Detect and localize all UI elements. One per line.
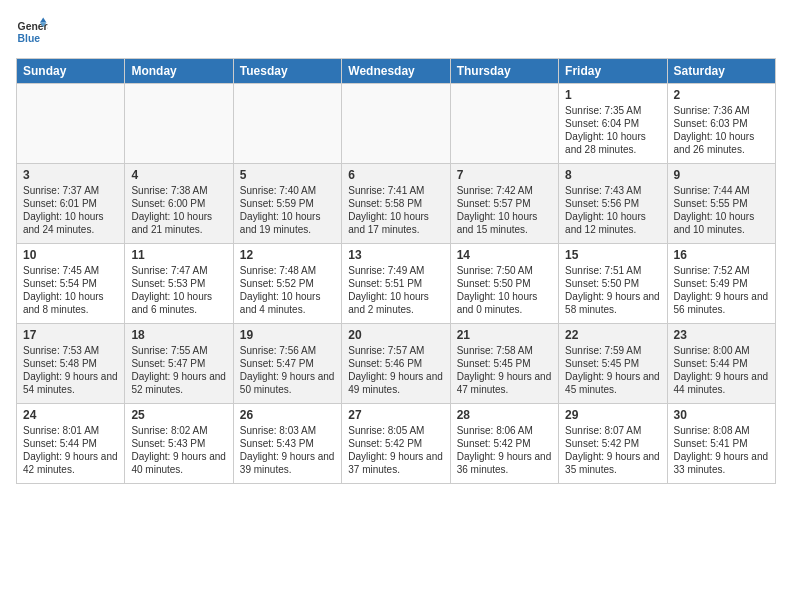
- week-row-4: 17Sunrise: 7:53 AMSunset: 5:48 PMDayligh…: [17, 324, 776, 404]
- day-number: 28: [457, 408, 552, 422]
- calendar-cell: 27Sunrise: 8:05 AMSunset: 5:42 PMDayligh…: [342, 404, 450, 484]
- cell-info-line: Sunrise: 7:47 AM: [131, 264, 226, 277]
- cell-info-line: Daylight: 9 hours and 35 minutes.: [565, 450, 660, 476]
- cell-info-line: Daylight: 9 hours and 40 minutes.: [131, 450, 226, 476]
- cell-info-line: Sunset: 5:47 PM: [131, 357, 226, 370]
- cell-info-line: Daylight: 9 hours and 56 minutes.: [674, 290, 769, 316]
- cell-info-line: Sunrise: 8:08 AM: [674, 424, 769, 437]
- day-number: 18: [131, 328, 226, 342]
- calendar-cell: 28Sunrise: 8:06 AMSunset: 5:42 PMDayligh…: [450, 404, 558, 484]
- week-row-5: 24Sunrise: 8:01 AMSunset: 5:44 PMDayligh…: [17, 404, 776, 484]
- cell-info-line: Sunset: 6:00 PM: [131, 197, 226, 210]
- cell-info-line: Sunset: 5:48 PM: [23, 357, 118, 370]
- calendar-cell: 5Sunrise: 7:40 AMSunset: 5:59 PMDaylight…: [233, 164, 341, 244]
- day-number: 29: [565, 408, 660, 422]
- page-header: General Blue: [16, 16, 776, 48]
- cell-info-line: Sunrise: 8:06 AM: [457, 424, 552, 437]
- calendar-cell: 20Sunrise: 7:57 AMSunset: 5:46 PMDayligh…: [342, 324, 450, 404]
- day-number: 23: [674, 328, 769, 342]
- day-number: 24: [23, 408, 118, 422]
- cell-info-line: Sunset: 5:56 PM: [565, 197, 660, 210]
- cell-info-line: Daylight: 10 hours and 8 minutes.: [23, 290, 118, 316]
- day-number: 14: [457, 248, 552, 262]
- calendar-table: SundayMondayTuesdayWednesdayThursdayFrid…: [16, 58, 776, 484]
- cell-info-line: Daylight: 10 hours and 24 minutes.: [23, 210, 118, 236]
- cell-info-line: Daylight: 10 hours and 4 minutes.: [240, 290, 335, 316]
- calendar-cell: 9Sunrise: 7:44 AMSunset: 5:55 PMDaylight…: [667, 164, 775, 244]
- day-number: 5: [240, 168, 335, 182]
- cell-info-line: Sunrise: 7:36 AM: [674, 104, 769, 117]
- cell-info-line: Sunrise: 8:03 AM: [240, 424, 335, 437]
- day-number: 15: [565, 248, 660, 262]
- cell-info-line: Sunrise: 8:02 AM: [131, 424, 226, 437]
- calendar-cell: 12Sunrise: 7:48 AMSunset: 5:52 PMDayligh…: [233, 244, 341, 324]
- cell-info-line: Sunset: 5:44 PM: [23, 437, 118, 450]
- cell-info-line: Daylight: 9 hours and 37 minutes.: [348, 450, 443, 476]
- day-number: 20: [348, 328, 443, 342]
- cell-info-line: Daylight: 10 hours and 12 minutes.: [565, 210, 660, 236]
- calendar-cell: [17, 84, 125, 164]
- week-row-1: 1Sunrise: 7:35 AMSunset: 6:04 PMDaylight…: [17, 84, 776, 164]
- day-number: 12: [240, 248, 335, 262]
- cell-info-line: Daylight: 10 hours and 2 minutes.: [348, 290, 443, 316]
- cell-info-line: Sunrise: 7:48 AM: [240, 264, 335, 277]
- day-number: 4: [131, 168, 226, 182]
- calendar-cell: 22Sunrise: 7:59 AMSunset: 5:45 PMDayligh…: [559, 324, 667, 404]
- cell-info-line: Sunset: 5:55 PM: [674, 197, 769, 210]
- cell-info-line: Daylight: 10 hours and 26 minutes.: [674, 130, 769, 156]
- cell-info-line: Daylight: 9 hours and 54 minutes.: [23, 370, 118, 396]
- col-header-saturday: Saturday: [667, 59, 775, 84]
- cell-info-line: Sunrise: 7:38 AM: [131, 184, 226, 197]
- cell-info-line: Sunset: 5:59 PM: [240, 197, 335, 210]
- cell-info-line: Sunset: 5:46 PM: [348, 357, 443, 370]
- calendar-cell: 3Sunrise: 7:37 AMSunset: 6:01 PMDaylight…: [17, 164, 125, 244]
- calendar-cell: 17Sunrise: 7:53 AMSunset: 5:48 PMDayligh…: [17, 324, 125, 404]
- cell-info-line: Sunrise: 8:07 AM: [565, 424, 660, 437]
- calendar-cell: [450, 84, 558, 164]
- cell-info-line: Sunset: 5:52 PM: [240, 277, 335, 290]
- day-number: 6: [348, 168, 443, 182]
- calendar-cell: 23Sunrise: 8:00 AMSunset: 5:44 PMDayligh…: [667, 324, 775, 404]
- cell-info-line: Daylight: 10 hours and 21 minutes.: [131, 210, 226, 236]
- calendar-cell: 13Sunrise: 7:49 AMSunset: 5:51 PMDayligh…: [342, 244, 450, 324]
- cell-info-line: Daylight: 9 hours and 52 minutes.: [131, 370, 226, 396]
- calendar-cell: 8Sunrise: 7:43 AMSunset: 5:56 PMDaylight…: [559, 164, 667, 244]
- calendar-cell: 4Sunrise: 7:38 AMSunset: 6:00 PMDaylight…: [125, 164, 233, 244]
- week-row-3: 10Sunrise: 7:45 AMSunset: 5:54 PMDayligh…: [17, 244, 776, 324]
- col-header-sunday: Sunday: [17, 59, 125, 84]
- calendar-cell: 21Sunrise: 7:58 AMSunset: 5:45 PMDayligh…: [450, 324, 558, 404]
- calendar-cell: 25Sunrise: 8:02 AMSunset: 5:43 PMDayligh…: [125, 404, 233, 484]
- cell-info-line: Sunset: 5:54 PM: [23, 277, 118, 290]
- cell-info-line: Sunset: 5:50 PM: [565, 277, 660, 290]
- cell-info-line: Daylight: 9 hours and 47 minutes.: [457, 370, 552, 396]
- cell-info-line: Daylight: 9 hours and 42 minutes.: [23, 450, 118, 476]
- cell-info-line: Daylight: 10 hours and 19 minutes.: [240, 210, 335, 236]
- cell-info-line: Daylight: 9 hours and 36 minutes.: [457, 450, 552, 476]
- cell-info-line: Daylight: 9 hours and 50 minutes.: [240, 370, 335, 396]
- calendar-cell: 24Sunrise: 8:01 AMSunset: 5:44 PMDayligh…: [17, 404, 125, 484]
- cell-info-line: Sunset: 5:57 PM: [457, 197, 552, 210]
- calendar-cell: 18Sunrise: 7:55 AMSunset: 5:47 PMDayligh…: [125, 324, 233, 404]
- cell-info-line: Sunrise: 7:45 AM: [23, 264, 118, 277]
- calendar-cell: [125, 84, 233, 164]
- day-number: 22: [565, 328, 660, 342]
- cell-info-line: Sunset: 5:47 PM: [240, 357, 335, 370]
- day-number: 1: [565, 88, 660, 102]
- logo: General Blue: [16, 16, 48, 48]
- cell-info-line: Sunrise: 7:57 AM: [348, 344, 443, 357]
- cell-info-line: Daylight: 10 hours and 15 minutes.: [457, 210, 552, 236]
- calendar-cell: 14Sunrise: 7:50 AMSunset: 5:50 PMDayligh…: [450, 244, 558, 324]
- cell-info-line: Sunrise: 7:52 AM: [674, 264, 769, 277]
- cell-info-line: Daylight: 9 hours and 58 minutes.: [565, 290, 660, 316]
- calendar-cell: 16Sunrise: 7:52 AMSunset: 5:49 PMDayligh…: [667, 244, 775, 324]
- day-number: 3: [23, 168, 118, 182]
- day-number: 21: [457, 328, 552, 342]
- cell-info-line: Daylight: 9 hours and 33 minutes.: [674, 450, 769, 476]
- day-number: 25: [131, 408, 226, 422]
- day-number: 10: [23, 248, 118, 262]
- cell-info-line: Sunrise: 7:58 AM: [457, 344, 552, 357]
- cell-info-line: Sunset: 5:45 PM: [457, 357, 552, 370]
- cell-info-line: Sunrise: 7:37 AM: [23, 184, 118, 197]
- cell-info-line: Sunrise: 7:44 AM: [674, 184, 769, 197]
- cell-info-line: Sunset: 6:04 PM: [565, 117, 660, 130]
